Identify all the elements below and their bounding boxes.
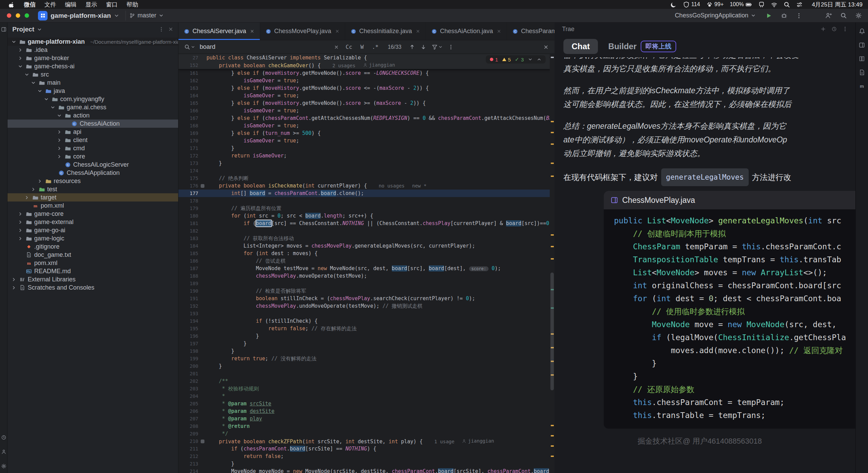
close-search-icon[interactable] xyxy=(542,43,550,51)
next-match-icon[interactable] xyxy=(419,43,427,51)
tree-item-game-go-ai[interactable]: game-go-ai xyxy=(8,226,178,234)
code-line-192[interactable]: 192 chessMovePlay.undoMoveOperate(testMo… xyxy=(178,302,555,310)
match-case-toggle[interactable]: Cc xyxy=(343,43,355,51)
moon-icon[interactable] xyxy=(667,1,680,8)
scrollbar-thumb[interactable] xyxy=(550,273,554,390)
panel-options-icon[interactable] xyxy=(159,27,164,32)
code-line-194[interactable]: 194 if (!stillInCheck) { xyxy=(178,317,555,325)
expand-icon[interactable] xyxy=(17,56,23,61)
code-line-178[interactable]: 178 xyxy=(178,197,555,205)
regex-toggle[interactable]: .* xyxy=(370,43,381,51)
tree-item-src[interactable]: src xyxy=(8,70,178,79)
wifi-icon[interactable] xyxy=(768,1,780,8)
tree-item-readme-md[interactable]: README.md xyxy=(8,267,178,275)
code-line-173[interactable]: 173 } xyxy=(178,159,555,167)
tree-item-game-chess-ai[interactable]: game-chess-ai xyxy=(8,62,178,70)
workspace-icon[interactable] xyxy=(1,27,6,32)
hide-panel-icon[interactable] xyxy=(168,27,173,32)
code-line-205[interactable]: 205 * @param srcSite xyxy=(178,400,555,407)
search-icon[interactable] xyxy=(780,1,793,8)
code-vision-hint[interactable]: 2 usagesjianggian xyxy=(332,63,395,68)
tree-item-game-external[interactable]: game-external xyxy=(8,218,178,226)
tab-chat[interactable]: Chat xyxy=(563,39,598,54)
code-line-170[interactable]: 170 isGameOver = true; xyxy=(178,137,555,144)
filter-icon[interactable] xyxy=(431,43,444,51)
battery-icon[interactable]: 100% xyxy=(727,1,755,8)
close-tab-icon[interactable] xyxy=(416,29,420,33)
code-line-187[interactable]: 187 MoveNode testMove = new MoveNode(src… xyxy=(178,265,555,272)
tree-item-cmd[interactable]: cmd xyxy=(8,144,178,152)
code-line-195[interactable]: 195 return false; // 存在解将的走法 xyxy=(178,325,555,332)
tree-item-client[interactable]: client xyxy=(8,136,178,144)
code-line-172[interactable]: 172 return isGameOver; xyxy=(178,152,555,159)
tree-item-resources[interactable]: resources xyxy=(8,177,178,185)
stripe-mark[interactable] xyxy=(551,435,554,436)
expand-icon[interactable] xyxy=(43,97,49,102)
tree-item-com-yingyangfly[interactable]: com.yingyangfly xyxy=(8,95,178,103)
stripe-mark[interactable] xyxy=(551,258,554,260)
stripe-mark[interactable] xyxy=(551,234,554,236)
paw-icon[interactable]: 99+ xyxy=(703,1,727,8)
apple-menu-icon[interactable] xyxy=(5,2,18,8)
code-line-185[interactable]: 185 for (int dest : moves) { xyxy=(178,250,555,257)
code-line-208[interactable]: 208 * @return xyxy=(178,422,555,430)
code-line-166[interactable]: 166 isGameOver = true; xyxy=(178,107,555,114)
expand-icon[interactable] xyxy=(17,228,23,233)
code-line-161[interactable]: 161 } else if (moveHistory.getMoveNode()… xyxy=(178,69,555,77)
menu-item-[interactable]: 显示 xyxy=(81,1,102,9)
code-line-206[interactable]: 206 * @param destSite xyxy=(178,407,555,415)
whole-words-toggle[interactable]: W xyxy=(358,43,366,51)
file-tool-icon[interactable] xyxy=(859,69,865,75)
expand-icon[interactable] xyxy=(56,138,62,143)
zoom-window-button[interactable] xyxy=(25,13,29,18)
branch-selector[interactable]: master xyxy=(125,11,167,20)
code-line-181[interactable]: 181 if (board[src] == ChessConstant.NOTH… xyxy=(178,220,555,227)
code-line-168[interactable]: 168 isGameOver = true; xyxy=(178,122,555,129)
stripe-mark[interactable] xyxy=(551,445,554,447)
code-line-212[interactable]: 212 return false; xyxy=(178,453,555,460)
tree-item-game-logic[interactable]: game-logic xyxy=(8,234,178,242)
expand-icon[interactable] xyxy=(17,47,23,53)
tree-item-main[interactable]: main xyxy=(8,79,178,87)
expand-icon[interactable] xyxy=(24,195,30,200)
tree-item-target[interactable]: target xyxy=(8,193,178,201)
code-line-199[interactable]: 199 return true; // 没有解将的走法 xyxy=(178,355,555,362)
expand-icon[interactable] xyxy=(37,88,43,94)
run-button[interactable] xyxy=(764,11,774,20)
code-viewport[interactable]: 27public class ChessAiServer implements … xyxy=(178,54,555,473)
close-window-button[interactable] xyxy=(7,13,11,18)
menu-item-[interactable]: 帮助 xyxy=(122,1,143,9)
code-line-196[interactable]: 196 } xyxy=(178,332,555,340)
code-line-193[interactable]: 193 xyxy=(178,310,555,317)
project-panel-header[interactable]: Project xyxy=(8,23,178,36)
expand-icon[interactable] xyxy=(56,146,62,151)
menu-item-[interactable]: 文件 xyxy=(40,1,61,9)
search-icon[interactable] xyxy=(183,43,196,51)
code-line-188[interactable]: 188 chessMovePlay.moveOperate(testMove); xyxy=(178,272,555,280)
expand-icon[interactable] xyxy=(17,64,23,69)
expand-icon[interactable] xyxy=(56,113,62,118)
code-line-177[interactable]: 177 int[] board = chessParamCont.board.c… xyxy=(178,190,555,197)
code-line-165[interactable]: 165 } else if (moveHistory.getMoveNode()… xyxy=(178,99,555,107)
clear-search-icon[interactable] xyxy=(333,44,340,51)
project-selector[interactable]: game-platform-xian xyxy=(35,10,122,22)
stripe-mark[interactable] xyxy=(551,163,554,164)
code-line-214[interactable]: 214 MoveNode moveNode = new MoveNode(src… xyxy=(178,468,555,473)
tree-item-game-ai-chess[interactable]: game.ai.chess xyxy=(8,103,178,111)
code-line-180[interactable]: 180 for (int src = 0; src < board.length… xyxy=(178,212,555,220)
expand-icon[interactable] xyxy=(11,39,17,44)
debug-button[interactable] xyxy=(779,11,789,20)
tree-item-external-libraries[interactable]: External Libraries xyxy=(8,275,178,283)
stripe-mark[interactable] xyxy=(551,132,554,133)
tree-item-core[interactable]: core xyxy=(8,152,178,161)
inspection-widget[interactable]: 1 5 ✓3 xyxy=(486,55,546,64)
code-line-176[interactable]: 176 private boolean isCheckmate(int curr… xyxy=(178,182,555,190)
search-more-icon[interactable] xyxy=(447,43,455,51)
layout-tool-icon[interactable] xyxy=(859,42,865,48)
expand-icon[interactable] xyxy=(11,285,17,290)
tree-item-test[interactable]: test xyxy=(8,185,178,193)
code-line-163[interactable]: 163 } else if (moveHistory.getMoveNode()… xyxy=(178,84,555,92)
tree-item-gitignore[interactable]: .gitignore xyxy=(8,242,178,251)
panel-more-icon[interactable] xyxy=(842,26,848,32)
plug-icon[interactable] xyxy=(755,1,768,8)
